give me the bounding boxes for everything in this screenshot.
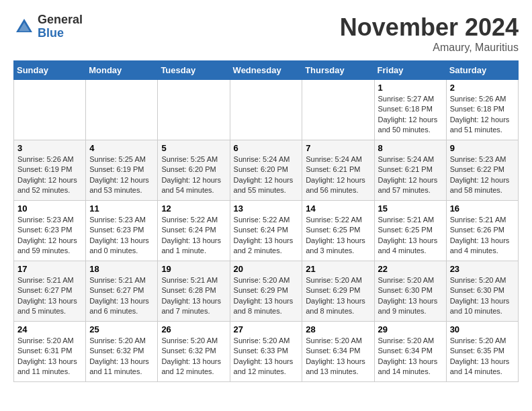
- calendar-cell: 9Sunrise: 5:23 AMSunset: 6:22 PMDaylight…: [446, 140, 518, 201]
- calendar-cell: 16Sunrise: 5:21 AMSunset: 6:26 PMDayligh…: [446, 201, 518, 261]
- header: General Blue November 2024 Amaury, Mauri…: [13, 13, 519, 54]
- location-title: Amaury, Mauritius: [340, 42, 519, 54]
- day-number: 18: [89, 264, 154, 274]
- calendar-cell: 13Sunrise: 5:22 AMSunset: 6:24 PMDayligh…: [230, 201, 302, 261]
- day-info: Sunrise: 5:20 AMSunset: 6:31 PMDaylight:…: [17, 336, 82, 377]
- logo: General Blue: [13, 13, 83, 40]
- day-info: Sunrise: 5:20 AMSunset: 6:34 PMDaylight:…: [306, 336, 370, 377]
- day-info: Sunrise: 5:23 AMSunset: 6:22 PMDaylight:…: [450, 154, 515, 196]
- calendar-cell: 19Sunrise: 5:21 AMSunset: 6:28 PMDayligh…: [158, 261, 230, 322]
- day-info: Sunrise: 5:26 AMSunset: 6:18 PMDaylight:…: [450, 94, 515, 136]
- day-number: 22: [378, 264, 443, 274]
- calendar-cell: 11Sunrise: 5:23 AMSunset: 6:23 PMDayligh…: [86, 201, 158, 261]
- day-number: 16: [450, 203, 515, 214]
- calendar-cell: 14Sunrise: 5:22 AMSunset: 6:25 PMDayligh…: [302, 201, 374, 261]
- calendar-week-row: 24Sunrise: 5:20 AMSunset: 6:31 PMDayligh…: [14, 322, 519, 382]
- day-info: Sunrise: 5:25 AMSunset: 6:20 PMDaylight:…: [161, 154, 226, 196]
- day-number: 20: [234, 264, 299, 274]
- day-number: 26: [161, 324, 226, 334]
- day-number: 15: [378, 203, 443, 214]
- logo-icon: [13, 16, 35, 38]
- calendar-cell: 5Sunrise: 5:25 AMSunset: 6:20 PMDaylight…: [158, 140, 230, 201]
- day-number: 28: [306, 324, 370, 334]
- weekday-header: Tuesday: [158, 61, 230, 80]
- calendar-cell: 18Sunrise: 5:21 AMSunset: 6:27 PMDayligh…: [86, 261, 158, 322]
- day-info: Sunrise: 5:21 AMSunset: 6:28 PMDaylight:…: [161, 275, 226, 317]
- day-info: Sunrise: 5:21 AMSunset: 6:25 PMDaylight:…: [378, 215, 443, 257]
- calendar-cell: 2Sunrise: 5:26 AMSunset: 6:18 PMDaylight…: [446, 80, 518, 140]
- day-info: Sunrise: 5:20 AMSunset: 6:29 PMDaylight:…: [306, 275, 370, 317]
- day-number: 4: [89, 143, 154, 153]
- weekday-header: Thursday: [302, 61, 374, 80]
- calendar-cell: 4Sunrise: 5:25 AMSunset: 6:19 PMDaylight…: [86, 140, 158, 201]
- day-number: 30: [450, 324, 515, 334]
- day-number: 23: [450, 264, 515, 274]
- day-info: Sunrise: 5:20 AMSunset: 6:30 PMDaylight:…: [450, 275, 515, 317]
- logo-blue: Blue: [38, 27, 83, 40]
- day-info: Sunrise: 5:27 AMSunset: 6:18 PMDaylight:…: [378, 94, 443, 136]
- weekday-header: Monday: [86, 61, 158, 80]
- weekday-header: Wednesday: [230, 61, 302, 80]
- day-info: Sunrise: 5:24 AMSunset: 6:21 PMDaylight:…: [378, 154, 443, 196]
- weekday-header: Saturday: [446, 61, 518, 80]
- title-section: November 2024 Amaury, Mauritius: [340, 13, 519, 54]
- day-number: 17: [17, 264, 82, 274]
- calendar-cell: [302, 80, 374, 140]
- day-number: 19: [161, 264, 226, 274]
- day-number: 21: [306, 264, 370, 274]
- calendar-cell: 20Sunrise: 5:20 AMSunset: 6:29 PMDayligh…: [230, 261, 302, 322]
- calendar-week-row: 3Sunrise: 5:26 AMSunset: 6:19 PMDaylight…: [14, 140, 519, 201]
- calendar-cell: [86, 80, 158, 140]
- day-info: Sunrise: 5:22 AMSunset: 6:24 PMDaylight:…: [161, 215, 226, 257]
- weekday-header-row: SundayMondayTuesdayWednesdayThursdayFrid…: [14, 61, 519, 80]
- calendar-cell: 21Sunrise: 5:20 AMSunset: 6:29 PMDayligh…: [302, 261, 374, 322]
- day-info: Sunrise: 5:23 AMSunset: 6:23 PMDaylight:…: [89, 215, 154, 257]
- calendar-cell: 6Sunrise: 5:24 AMSunset: 6:20 PMDaylight…: [230, 140, 302, 201]
- calendar-cell: 29Sunrise: 5:20 AMSunset: 6:34 PMDayligh…: [374, 322, 446, 382]
- month-title: November 2024: [340, 13, 519, 42]
- day-number: 9: [450, 143, 515, 153]
- day-number: 2: [450, 83, 515, 93]
- day-number: 24: [17, 324, 82, 334]
- calendar-cell: 12Sunrise: 5:22 AMSunset: 6:24 PMDayligh…: [158, 201, 230, 261]
- calendar-cell: [158, 80, 230, 140]
- day-number: 14: [306, 203, 370, 214]
- calendar-cell: [230, 80, 302, 140]
- logo-general: General: [38, 13, 83, 27]
- day-info: Sunrise: 5:26 AMSunset: 6:19 PMDaylight:…: [17, 154, 82, 196]
- calendar-cell: 1Sunrise: 5:27 AMSunset: 6:18 PMDaylight…: [374, 80, 446, 140]
- calendar-cell: 22Sunrise: 5:20 AMSunset: 6:30 PMDayligh…: [374, 261, 446, 322]
- calendar-cell: 23Sunrise: 5:20 AMSunset: 6:30 PMDayligh…: [446, 261, 518, 322]
- day-number: 1: [378, 83, 443, 93]
- calendar-cell: 17Sunrise: 5:21 AMSunset: 6:27 PMDayligh…: [14, 261, 86, 322]
- logo-text: General Blue: [38, 13, 83, 40]
- day-info: Sunrise: 5:20 AMSunset: 6:34 PMDaylight:…: [378, 336, 443, 377]
- calendar-cell: 27Sunrise: 5:20 AMSunset: 6:33 PMDayligh…: [230, 322, 302, 382]
- day-number: 11: [89, 203, 154, 214]
- day-info: Sunrise: 5:20 AMSunset: 6:29 PMDaylight:…: [234, 275, 299, 317]
- day-info: Sunrise: 5:22 AMSunset: 6:25 PMDaylight:…: [306, 215, 370, 257]
- day-number: 8: [378, 143, 443, 153]
- day-number: 10: [17, 203, 82, 214]
- day-number: 27: [234, 324, 299, 334]
- day-number: 25: [89, 324, 154, 334]
- calendar-cell: 15Sunrise: 5:21 AMSunset: 6:25 PMDayligh…: [374, 201, 446, 261]
- day-info: Sunrise: 5:23 AMSunset: 6:23 PMDaylight:…: [17, 215, 82, 257]
- day-info: Sunrise: 5:20 AMSunset: 6:35 PMDaylight:…: [450, 336, 515, 377]
- day-number: 7: [306, 143, 370, 153]
- day-number: 3: [17, 143, 82, 153]
- calendar-cell: 8Sunrise: 5:24 AMSunset: 6:21 PMDaylight…: [374, 140, 446, 201]
- day-info: Sunrise: 5:24 AMSunset: 6:20 PMDaylight:…: [234, 154, 299, 196]
- day-info: Sunrise: 5:25 AMSunset: 6:19 PMDaylight:…: [89, 154, 154, 196]
- weekday-header: Friday: [374, 61, 446, 80]
- calendar-cell: 24Sunrise: 5:20 AMSunset: 6:31 PMDayligh…: [14, 322, 86, 382]
- day-number: 5: [161, 143, 226, 153]
- day-info: Sunrise: 5:20 AMSunset: 6:32 PMDaylight:…: [161, 336, 226, 377]
- weekday-header: Sunday: [14, 61, 86, 80]
- day-info: Sunrise: 5:21 AMSunset: 6:27 PMDaylight:…: [17, 275, 82, 317]
- day-info: Sunrise: 5:20 AMSunset: 6:33 PMDaylight:…: [234, 336, 299, 377]
- day-number: 12: [161, 203, 226, 214]
- calendar-cell: 25Sunrise: 5:20 AMSunset: 6:32 PMDayligh…: [86, 322, 158, 382]
- day-info: Sunrise: 5:20 AMSunset: 6:32 PMDaylight:…: [89, 336, 154, 377]
- day-number: 13: [234, 203, 299, 214]
